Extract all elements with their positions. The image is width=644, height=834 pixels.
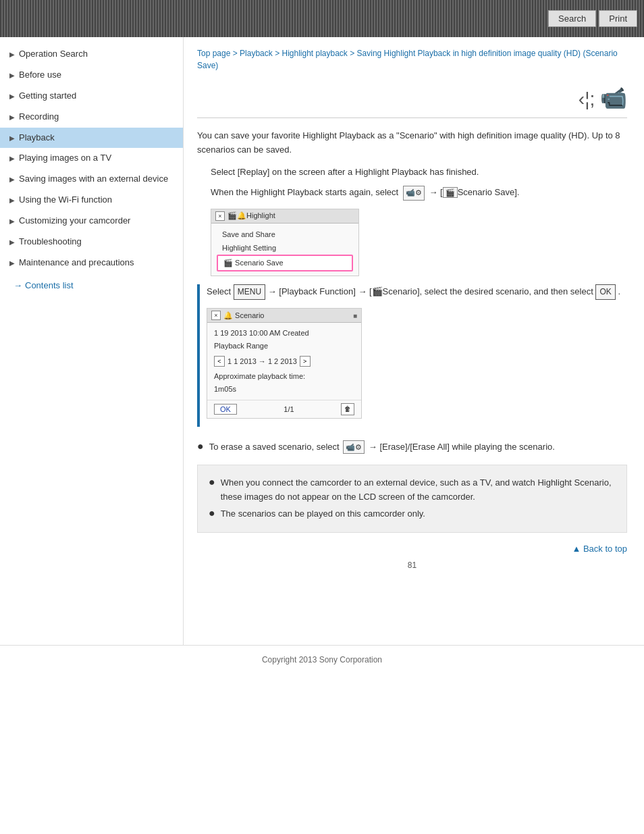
sidebar-item-recording[interactable]: ▶ Recording xyxy=(0,107,183,128)
contents-list-label: Contents list xyxy=(25,280,74,290)
scenario-info-line2: Playback Range xyxy=(214,340,354,353)
dialog-title: 🎬🔔Highlight xyxy=(227,211,275,220)
page-number: 81 xyxy=(197,561,627,570)
intro-text: You can save your favorite Highlight Pla… xyxy=(197,129,627,157)
breadcrumb-highlight[interactable]: Highlight playback xyxy=(281,49,347,58)
ok-button-inline: OK xyxy=(595,284,615,300)
sidebar-item-operation-search[interactable]: ▶ Operation Search xyxy=(0,44,183,65)
copyright-text: Copyright 2013 Sony Corporation xyxy=(262,655,382,664)
breadcrumb-top-page[interactable]: Top page xyxy=(197,49,230,58)
sidebar-item-label: Troubleshooting xyxy=(19,236,176,248)
dialog-titlebar: × 🎬🔔Highlight xyxy=(211,209,358,224)
page-icon: ‹¦; xyxy=(579,88,595,109)
chevron-right-icon: ▶ xyxy=(9,92,15,101)
save-share-item: Save and Share xyxy=(217,228,353,241)
sidebar-item-label: Customizing your camcorder xyxy=(19,215,176,227)
highlight-dialog-screenshot: × 🎬🔔Highlight Save and Share Highlight S… xyxy=(211,209,359,276)
header-bar: Search Print xyxy=(0,0,644,37)
sidebar-item-wifi[interactable]: ▶ Using the Wi-Fi function xyxy=(0,190,183,211)
sidebar-item-saving-images[interactable]: ▶ Saving images with an external device xyxy=(0,169,183,190)
breadcrumb: Top page > Playback > Highlight playback… xyxy=(197,47,627,72)
chevron-right-icon: ▶ xyxy=(9,134,15,142)
sidebar-item-getting-started[interactable]: ▶ Getting started xyxy=(0,86,183,107)
scenario-close-btn[interactable]: × xyxy=(211,311,221,320)
chevron-right-icon: ▶ xyxy=(9,154,15,163)
erase-camera-icon: 📹⚙ xyxy=(343,440,365,454)
step3-text: Select MENU → [Playback Function] → [🎬Sc… xyxy=(207,284,627,300)
chevron-right-icon: ▶ xyxy=(9,259,15,267)
sidebar: ▶ Operation Search ▶ Before use ▶ Gettin… xyxy=(0,37,184,645)
scenario-range-text: 1 1 2013 → 1 2 2013 xyxy=(227,355,297,368)
note-text-2: The scenarios can be played on this camc… xyxy=(221,507,425,521)
erase-note-text: To erase a saved scenario, select 📹⚙ → [… xyxy=(209,440,555,454)
sidebar-item-label: Playing images on a TV xyxy=(19,153,176,164)
step2-suffix: [🎬Scenario Save]. xyxy=(440,187,519,197)
step2-prefix: When the Highlight Playback starts again… xyxy=(211,187,398,197)
footer: Copyright 2013 Sony Corporation xyxy=(0,645,644,674)
step3-suffix: . xyxy=(618,286,620,296)
scenario-title-text: 🔔 Scenario xyxy=(223,311,264,320)
contents-list-link[interactable]: → Contents list xyxy=(0,273,183,297)
scenario-body: 1 19 2013 10:00 AM Created Playback Rang… xyxy=(207,323,361,399)
step3-section: Select MENU → [Playback Function] → [🎬Sc… xyxy=(197,284,627,427)
chevron-right-icon: ▶ xyxy=(9,238,15,246)
dialog-close-btn[interactable]: × xyxy=(215,211,225,221)
scenario-trash-btn[interactable]: 🗑 xyxy=(341,403,354,415)
chevron-right-icon: ▶ xyxy=(9,113,15,122)
sidebar-item-customizing[interactable]: ▶ Customizing your camcorder xyxy=(0,211,183,232)
chevron-right-icon: ▶ xyxy=(9,50,15,59)
note-box: ● When you connect the camcorder to an e… xyxy=(197,465,627,532)
note-bullet-icon-1: ● xyxy=(209,476,215,488)
note-bullet-icon-2: ● xyxy=(209,507,215,519)
step3-content: Select MENU → [Playback Function] → [🎬Sc… xyxy=(207,284,627,427)
back-to-top: ▲ Back to top xyxy=(197,544,627,554)
scenario-prev-btn[interactable]: < xyxy=(214,356,225,367)
breadcrumb-sep1: > xyxy=(233,49,240,58)
arrow-right-icon: → xyxy=(14,280,22,290)
scenario-page-info: 1/1 xyxy=(284,405,294,413)
scenario-nav-row: < 1 1 2013 → 1 2 2013 > xyxy=(214,355,354,368)
sidebar-item-troubleshooting[interactable]: ▶ Troubleshooting xyxy=(0,232,183,253)
scenario-info-line1: 1 19 2013 10:00 AM Created xyxy=(214,327,354,340)
menu-button-inline: MENU xyxy=(234,284,265,300)
scenario-titlebar-icon: ■ xyxy=(353,312,357,319)
page-icon-area: ‹¦; 📹 xyxy=(197,85,627,111)
sidebar-item-playback[interactable]: ▶ Playback xyxy=(0,128,183,149)
scenario-next-btn[interactable]: > xyxy=(300,356,311,367)
sidebar-item-label: Recording xyxy=(19,111,176,123)
bullet-icon: ● xyxy=(197,440,204,452)
breadcrumb-playback[interactable]: Playback xyxy=(240,49,273,58)
sidebar-item-playing-images-tv[interactable]: ▶ Playing images on a TV xyxy=(0,148,183,169)
scenario-save-item: 🎬 Scenario Save xyxy=(217,255,353,271)
main-layout: ▶ Operation Search ▶ Before use ▶ Gettin… xyxy=(0,37,644,645)
sidebar-item-label: Maintenance and precautions xyxy=(19,257,176,269)
sidebar-item-before-use[interactable]: ▶ Before use xyxy=(0,65,183,86)
breadcrumb-sep2: > xyxy=(275,49,281,58)
step2-arrow: → xyxy=(429,187,440,197)
sidebar-item-label: Using the Wi-Fi function xyxy=(19,194,176,206)
sidebar-item-label: Operation Search xyxy=(19,49,176,60)
highlight-setting-item: Highlight Setting xyxy=(217,241,353,255)
step3-middle: → [Playback Function] → [🎬Scenario], sel… xyxy=(268,286,596,296)
content-area: Top page > Playback > Highlight playback… xyxy=(184,37,644,645)
sidebar-item-maintenance[interactable]: ▶ Maintenance and precautions xyxy=(0,253,183,273)
header-buttons: Search Print xyxy=(548,10,637,27)
scenario-titlebar: × 🔔 Scenario ■ xyxy=(207,309,361,323)
sidebar-item-label: Before use xyxy=(19,70,176,81)
scenario-ok-btn[interactable]: OK xyxy=(214,404,237,415)
print-button[interactable]: Print xyxy=(599,10,637,27)
breadcrumb-sep3: > xyxy=(350,49,356,58)
scenario-dialog-screenshot: × 🔔 Scenario ■ 1 19 2013 10:00 AM Create… xyxy=(207,308,362,418)
step1-text: Select [Replay] on the screen after a Hi… xyxy=(211,165,627,180)
chevron-right-icon: ▶ xyxy=(9,71,15,80)
camera-icon-inline: 📹⚙ xyxy=(403,186,425,201)
sidebar-item-label: Playback xyxy=(19,132,176,144)
scenario-titlebar-left: × 🔔 Scenario xyxy=(211,311,264,320)
sidebar-item-label: Getting started xyxy=(19,90,176,102)
back-to-top-link[interactable]: ▲ Back to top xyxy=(572,544,627,554)
chevron-right-icon: ▶ xyxy=(9,196,15,205)
scenario-approx-label: Approximate playback time: xyxy=(214,370,354,383)
note-text-1: When you connect the camcorder to an ext… xyxy=(221,476,616,504)
search-button[interactable]: Search xyxy=(548,10,596,27)
step3-prefix: Select xyxy=(207,286,234,296)
